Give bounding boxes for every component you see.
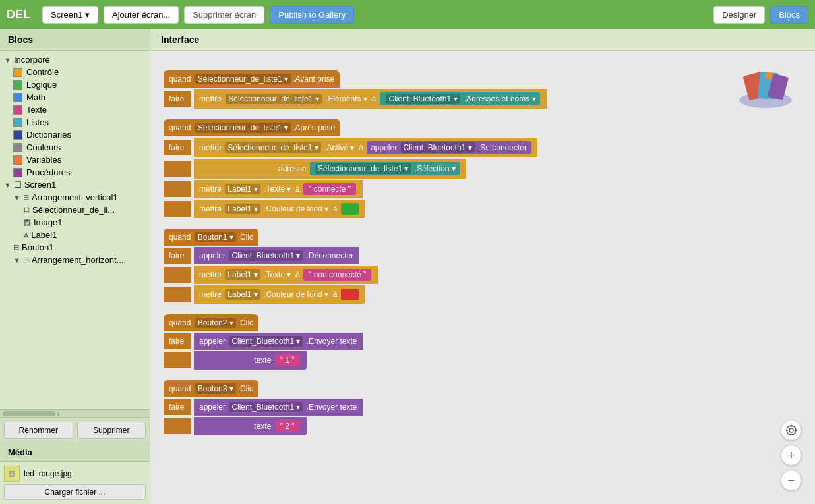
- block2-do-label: faire: [164, 140, 191, 155]
- block4-when: quand Bouton2 ▾ .Clic: [164, 314, 258, 331]
- color-box-procedures: [13, 168, 22, 177]
- block1-value: Client_Bluetooth1 ▾ .Adresses et noms ▾: [380, 92, 539, 105]
- tree-label-dictionaries: Dictionaries: [26, 130, 71, 140]
- block-group-1: quand Sélectionneur_de_liste1 ▾ .Avant p…: [164, 70, 802, 109]
- block3-do-row2: mettre Label1 ▾ .Texte ▾ à " non connect…: [164, 266, 802, 284]
- tree-item-math[interactable]: Math: [0, 91, 150, 103]
- tree-item-image1[interactable]: 🖼 Image1: [0, 216, 150, 229]
- workspace-header: Interface: [150, 29, 815, 51]
- canvas[interactable]: quand Sélectionneur_de_liste1 ▾ .Avant p…: [150, 51, 815, 504]
- zoom-out-button[interactable]: −: [781, 470, 802, 491]
- tree-label-arr-h: Arrangement_horizont...: [32, 255, 123, 265]
- block1-val-comp[interactable]: Client_Bluetooth1 ▾: [386, 94, 460, 104]
- block4-do-row1: faire appeler Client_Bluetooth1 ▾ .Envoy…: [164, 333, 802, 350]
- block3-comp1[interactable]: Client_Bluetooth1 ▾: [229, 250, 303, 261]
- tree-item-listes[interactable]: Listes: [0, 116, 150, 128]
- folder-icon-selector: ⊟: [24, 206, 30, 214]
- tree-scrollbar-h[interactable]: ›: [0, 409, 150, 417]
- screen-selector[interactable]: Screen1: [42, 6, 98, 24]
- block1-when-row: quand Sélectionneur_de_liste1 ▾ .Avant p…: [164, 70, 802, 88]
- block5-action1: appeler Client_Bluetooth1 ▾ .Envoyer tex…: [194, 399, 363, 416]
- color-box-math: [13, 93, 22, 102]
- tree-label-image1: Image1: [34, 217, 62, 227]
- tree-container[interactable]: ▼ Incorporé Contrôle Logique Math Texte: [0, 51, 150, 409]
- tree-item-variables[interactable]: Variables: [0, 154, 150, 166]
- upload-button[interactable]: Charger fichier ...: [4, 484, 146, 500]
- tree-item-label1[interactable]: A Label1: [0, 229, 150, 241]
- tree-label-math: Math: [26, 92, 45, 102]
- block2-adresse-comp[interactable]: Sélectionneur_de_liste1 ▾: [315, 163, 411, 174]
- block1-do-row: faire mettre Sélectionneur_de_liste1 ▾ .…: [164, 89, 802, 109]
- block3-comp2[interactable]: Label1 ▾: [225, 269, 260, 280]
- block4-action1: appeler Client_Bluetooth1 ▾ .Envoyer tex…: [194, 333, 363, 350]
- block-group-3: quand Bouton1 ▾ .Clic faire appeler Clie…: [164, 229, 802, 304]
- block5-when: quand Bouton3 ▾ .Clic: [164, 380, 258, 397]
- image-icon: 🖼: [24, 219, 31, 227]
- block2-call-comp[interactable]: Client_Bluetooth1 ▾: [401, 142, 475, 153]
- folder-icon-arr-v: ⊞: [23, 193, 29, 202]
- block2-text-val: " connecté ": [303, 183, 356, 195]
- tree-item-procedures[interactable]: Procédures: [0, 166, 150, 179]
- blocs-button[interactable]: Blocs: [770, 6, 808, 24]
- publish-button[interactable]: Publish to Gallery: [270, 6, 354, 24]
- block2-comp1[interactable]: Sélectionneur_de_liste1 ▾: [225, 142, 320, 153]
- block1-component[interactable]: Sélectionneur_de_liste1 ▾: [195, 74, 291, 84]
- block2-call-block: appeler Client_Bluetooth1 ▾ .Se connecte…: [367, 141, 531, 154]
- delete-screen-button[interactable]: Supprimer écran: [184, 6, 264, 24]
- block4-component[interactable]: Bouton2 ▾: [195, 318, 236, 328]
- main-layout: Blocs ▼ Incorporé Contrôle Logique Math: [0, 29, 815, 504]
- block4-do-row2: texte " 1 ": [164, 351, 802, 370]
- tree-item-dictionaries[interactable]: Dictionaries: [0, 128, 150, 141]
- block4-comp1[interactable]: Client_Bluetooth1 ▾: [229, 336, 303, 347]
- media-section: Média 🖼 led_rouge.jpg Charger fichier ..…: [0, 443, 150, 504]
- media-filename: led_rouge.jpg: [24, 469, 72, 478]
- add-screen-button[interactable]: Ajouter écran...: [104, 6, 179, 24]
- block2-component[interactable]: Sélectionneur_de_liste1 ▾: [195, 123, 291, 133]
- color-box-controle: [13, 68, 22, 77]
- color-box-logique: [13, 80, 22, 90]
- block2-comp2[interactable]: Label1 ▾: [225, 184, 260, 194]
- block1-when: quand Sélectionneur_de_liste1 ▾ .Avant p…: [164, 70, 340, 88]
- block2-comp3[interactable]: Label1 ▾: [225, 204, 260, 214]
- scroll-right-arrow[interactable]: ›: [57, 409, 60, 417]
- block4-action2: texte " 1 ": [194, 351, 307, 370]
- tree-item-couleurs[interactable]: Couleurs: [0, 141, 150, 154]
- svg-point-5: [787, 426, 796, 435]
- block2-when-row: quand Sélectionneur_de_liste1 ▾ .Après p…: [164, 119, 802, 136]
- tree-item-texte[interactable]: Texte: [0, 103, 150, 116]
- tree-item-bouton1[interactable]: ⊟ Bouton1: [0, 241, 150, 254]
- zoom-in-button[interactable]: +: [781, 445, 802, 466]
- block5-comp1[interactable]: Client_Bluetooth1 ▾: [229, 402, 303, 412]
- block5-when-row: quand Bouton3 ▾ .Clic: [164, 380, 802, 397]
- zoom-target-button[interactable]: [781, 420, 802, 441]
- block5-do-label: faire: [164, 399, 191, 415]
- designer-button[interactable]: Designer: [713, 6, 765, 24]
- tree-item-arrangement-v[interactable]: ▼ ⊞ Arrangement_vertical1: [0, 191, 150, 204]
- tree-item-logique[interactable]: Logique: [0, 78, 150, 91]
- block3-when: quand Bouton1 ▾ .Clic: [164, 229, 258, 246]
- block1-action-comp[interactable]: Sélectionneur_de_liste1 ▾: [226, 94, 321, 104]
- block-group-4: quand Bouton2 ▾ .Clic faire appeler Clie…: [164, 314, 802, 370]
- folder-icon-arr-h: ⊞: [23, 256, 29, 264]
- media-file-icon: 🖼: [4, 466, 20, 482]
- block5-component[interactable]: Bouton3 ▾: [195, 383, 236, 394]
- tree-item-selectorlist[interactable]: ⊟ Sélectionneur_de_li...: [0, 204, 150, 216]
- block3-component[interactable]: Bouton1 ▾: [195, 232, 236, 242]
- tree-item-arrangement-h[interactable]: ▼ ⊞ Arrangement_horizont...: [0, 254, 150, 266]
- tree-item-controle[interactable]: Contrôle: [0, 66, 150, 78]
- block3-do-spacer3: [164, 287, 191, 302]
- tree-item-incorpore[interactable]: ▼ Incorporé: [0, 53, 150, 66]
- tree-label-controle: Contrôle: [26, 67, 59, 77]
- tree-label: Incorporé: [14, 55, 50, 65]
- topbar: DEL Screen1 Ajouter écran... Supprimer é…: [0, 0, 815, 29]
- blocs-header: Blocs: [0, 29, 150, 51]
- block4-when-row: quand Bouton2 ▾ .Clic: [164, 314, 802, 331]
- delete-button[interactable]: Supprimer: [77, 422, 146, 439]
- tree-item-screen1[interactable]: ▼ ☐ Screen1: [0, 179, 150, 191]
- block3-comp3[interactable]: Label1 ▾: [225, 289, 260, 300]
- block3-action3: mettre Label1 ▾ .Couleur de fond ▾ à: [194, 285, 365, 304]
- expand-icon-arr-h: ▼: [13, 256, 20, 264]
- color-box-texte: [13, 105, 22, 115]
- media-item-led: 🖼 led_rouge.jpg: [4, 466, 146, 482]
- rename-button[interactable]: Renommer: [4, 422, 73, 439]
